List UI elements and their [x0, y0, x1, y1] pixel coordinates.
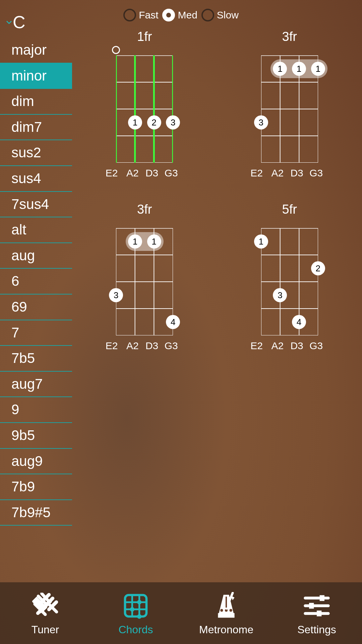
speed-label-med: Med — [178, 9, 197, 21]
sidebar-item-quality[interactable]: 7b9#5 — [0, 500, 72, 526]
chord-diagram[interactable]: 5fr1234E2A2D3G3 — [217, 202, 362, 352]
sidebar-item-quality[interactable]: 6 — [0, 269, 72, 294]
speed-label-fast: Fast — [139, 9, 158, 21]
string-label: D3 — [144, 167, 160, 179]
speed-option-med[interactable]: Med — [162, 9, 197, 21]
quality-label: major — [11, 42, 47, 58]
finger-dot: 1 — [273, 62, 287, 76]
quality-label: sus4 — [11, 170, 41, 186]
sidebar-item-quality[interactable]: dim7 — [0, 115, 72, 141]
string-label: E2 — [250, 340, 266, 352]
sidebar-item-quality[interactable]: 69 — [0, 294, 72, 320]
fretboard-grid — [116, 55, 173, 163]
string-label: E2 — [106, 167, 121, 179]
svg-rect-59 — [317, 610, 321, 616]
quality-label: 7sus4 — [11, 196, 49, 212]
nav-metronome[interactable]: Metronome — [181, 582, 272, 644]
sidebar-item-quality[interactable]: alt — [0, 217, 72, 243]
tuning-fork-icon — [30, 591, 60, 621]
finger-dot: 1 — [128, 115, 142, 129]
open-string-marker — [112, 46, 120, 54]
string-label: E2 — [106, 340, 121, 352]
quality-label: sus2 — [11, 145, 41, 160]
sidebar-item-quality[interactable]: dim — [0, 89, 72, 115]
string-label: G3 — [308, 167, 324, 179]
metronome-icon — [211, 591, 241, 621]
string-label: G3 — [308, 340, 324, 352]
quality-label: aug — [11, 248, 35, 263]
finger-dot: 1 — [254, 234, 268, 249]
finger-dot: 2 — [147, 115, 161, 129]
sidebar-item-quality[interactable]: sus4 — [0, 166, 72, 192]
string-label: A2 — [125, 340, 140, 352]
quality-label: aug7 — [11, 376, 43, 392]
quality-label: 6 — [11, 273, 19, 289]
svg-rect-48 — [218, 613, 234, 618]
string-labels-row: E2A2D3G3 — [255, 167, 324, 179]
chord-quality-sidebar: C majorminordimdim7sus2sus47sus4altaug66… — [0, 11, 72, 526]
nav-chords[interactable]: Chords — [90, 582, 181, 644]
chord-diagram[interactable]: 1fr123E2A2D3G3 — [72, 30, 217, 179]
nav-label-settings: Settings — [297, 624, 336, 636]
quality-label: alt — [11, 222, 26, 237]
quality-label: 7b9#5 — [11, 504, 51, 520]
nav-tuner[interactable]: Tuner — [0, 582, 90, 644]
sidebar-item-quality[interactable]: 7sus4 — [0, 192, 72, 218]
quality-label: 9 — [11, 401, 19, 417]
svg-point-49 — [220, 609, 223, 611]
quality-label: 7 — [11, 325, 19, 340]
chevron-down-icon — [6, 20, 12, 24]
speed-option-fast[interactable]: Fast — [123, 9, 158, 21]
svg-rect-58 — [309, 603, 314, 608]
root-selector[interactable]: C — [0, 11, 72, 38]
finger-dot: 2 — [311, 261, 325, 275]
bottom-nav: Tuner Chords — [0, 582, 362, 644]
radio-icon — [201, 9, 214, 21]
sidebar-item-quality[interactable]: 9b5 — [0, 423, 72, 449]
string-labels-row: E2A2D3G3 — [110, 340, 179, 352]
svg-point-46 — [137, 600, 141, 604]
sidebar-item-quality[interactable]: 7b9 — [0, 474, 72, 500]
chord-diagram[interactable]: 3fr1113E2A2D3G3 — [217, 30, 362, 179]
string-label: D3 — [144, 340, 160, 352]
finger-dot: 1 — [311, 62, 325, 76]
string-labels-row: E2A2D3G3 — [255, 340, 324, 352]
sidebar-item-quality[interactable]: minor — [0, 63, 72, 89]
string-label: A2 — [270, 340, 285, 352]
chord-diagrams-grid: 1fr123E2A2D3G33fr1113E2A2D3G33fr1134E2A2… — [72, 30, 362, 375]
quality-label: dim — [11, 93, 34, 109]
sidebar-item-quality[interactable]: sus2 — [0, 140, 72, 166]
svg-point-45 — [130, 607, 134, 611]
chord-grid-icon — [121, 591, 151, 621]
chord-diagram[interactable]: 3fr1134E2A2D3G3 — [72, 202, 217, 352]
quality-label: 9b5 — [11, 427, 35, 443]
sidebar-item-quality[interactable]: 7 — [0, 320, 72, 346]
nav-label-metronome: Metronome — [199, 624, 253, 636]
quality-label: 7b5 — [11, 350, 35, 366]
sliders-icon — [302, 591, 332, 621]
speed-option-slow[interactable]: Slow — [201, 9, 239, 21]
nav-settings[interactable]: Settings — [272, 582, 362, 644]
fret-position-label: 3fr — [137, 202, 152, 217]
fretboard: 1113 — [261, 55, 318, 163]
sidebar-item-quality[interactable]: aug — [0, 243, 72, 269]
svg-rect-40 — [125, 595, 146, 616]
sidebar-item-quality[interactable]: major — [0, 38, 72, 63]
finger-dot: 4 — [292, 315, 306, 329]
root-label: C — [13, 12, 25, 32]
string-label: G3 — [164, 167, 179, 179]
fretboard-grid — [261, 228, 318, 335]
sidebar-item-quality[interactable]: 9 — [0, 397, 72, 423]
fretboard: 123 — [116, 55, 173, 163]
sidebar-item-quality[interactable]: 7b5 — [0, 346, 72, 372]
fretboard: 1234 — [261, 228, 318, 335]
svg-point-51 — [230, 609, 232, 611]
sidebar-item-quality[interactable]: aug9 — [0, 449, 72, 475]
nav-label-chords: Chords — [118, 624, 153, 636]
finger-dot: 3 — [273, 288, 287, 302]
radio-icon — [123, 9, 136, 21]
fret-position-label: 1fr — [137, 30, 152, 44]
fret-position-label: 5fr — [282, 202, 297, 217]
quality-label: 7b9 — [11, 479, 35, 494]
sidebar-item-quality[interactable]: aug7 — [0, 372, 72, 397]
